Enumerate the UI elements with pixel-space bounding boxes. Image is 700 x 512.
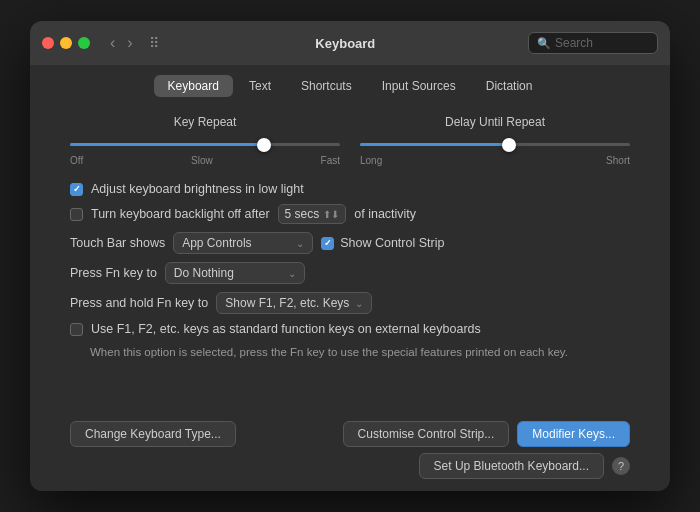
touch-bar-chevron: ⌄ <box>296 238 304 249</box>
tab-bar: Keyboard Text Shortcuts Input Sources Di… <box>30 65 670 105</box>
adjust-brightness-row: Adjust keyboard brightness in low light <box>70 182 630 196</box>
close-button[interactable] <box>42 37 54 49</box>
search-input[interactable] <box>555 36 645 50</box>
key-repeat-slider[interactable] <box>70 135 340 153</box>
tab-dictation[interactable]: Dictation <box>472 75 547 97</box>
tab-input-sources[interactable]: Input Sources <box>368 75 470 97</box>
minimize-button[interactable] <box>60 37 72 49</box>
customise-control-strip-button[interactable]: Customise Control Strip... <box>343 421 510 447</box>
fn-note-line1: Use F1, F2, etc. keys as standard functi… <box>91 322 481 336</box>
press-fn-row: Press Fn key to Do Nothing ⌄ <box>70 262 630 284</box>
tab-keyboard[interactable]: Keyboard <box>154 75 233 97</box>
turn-off-backlight-label: Turn keyboard backlight off after <box>91 207 270 221</box>
setup-bluetooth-button[interactable]: Set Up Bluetooth Keyboard... <box>419 453 604 479</box>
key-repeat-title: Key Repeat <box>70 115 340 129</box>
delay-repeat-slider[interactable] <box>360 135 630 153</box>
window-title: Keyboard <box>171 36 520 51</box>
hold-fn-dropdown[interactable]: Show F1, F2, etc. Keys ⌄ <box>216 292 372 314</box>
inactivity-label: of inactivity <box>354 207 416 221</box>
traffic-lights <box>42 37 90 49</box>
adjust-brightness-checkbox[interactable] <box>70 183 83 196</box>
fullscreen-button[interactable] <box>78 37 90 49</box>
back-button[interactable]: ‹ <box>106 33 119 53</box>
delay-repeat-group: Delay Until Repeat Long Short <box>360 115 630 166</box>
touch-bar-dropdown[interactable]: App Controls ⌄ <box>173 232 313 254</box>
fn-note-line2: When this option is selected, press the … <box>90 344 630 361</box>
press-fn-chevron: ⌄ <box>288 268 296 279</box>
turn-off-backlight-checkbox[interactable] <box>70 208 83 221</box>
touch-bar-label: Touch Bar shows <box>70 236 165 250</box>
timeout-select[interactable]: 5 secs ⬆⬇ <box>278 204 347 224</box>
press-fn-label: Press Fn key to <box>70 266 157 280</box>
main-content: Key Repeat Off Slow Fast Delay Until Rep… <box>30 105 670 413</box>
search-box[interactable]: 🔍 <box>528 32 658 54</box>
search-icon: 🔍 <box>537 37 551 50</box>
show-control-strip-label: Show Control Strip <box>340 236 444 250</box>
grid-button[interactable]: ⠿ <box>145 33 163 53</box>
key-repeat-group: Key Repeat Off Slow Fast <box>70 115 340 166</box>
nav-buttons: ‹ › <box>106 33 137 53</box>
titlebar: ‹ › ⠿ Keyboard 🔍 <box>30 21 670 65</box>
tab-text[interactable]: Text <box>235 75 285 97</box>
bottom-row: Set Up Bluetooth Keyboard... ? <box>30 453 670 491</box>
buttons-row: Change Keyboard Type... Customise Contro… <box>30 413 670 453</box>
keyboard-window: ‹ › ⠿ Keyboard 🔍 Keyboard Text Shortcuts… <box>30 21 670 491</box>
press-fn-dropdown[interactable]: Do Nothing ⌄ <box>165 262 305 284</box>
show-control-strip-row: Show Control Strip <box>321 236 444 250</box>
fn-note-checkbox[interactable] <box>70 323 83 336</box>
delay-repeat-title: Delay Until Repeat <box>360 115 630 129</box>
help-button[interactable]: ? <box>612 457 630 475</box>
timeout-select-arrows: ⬆⬇ <box>323 209 339 220</box>
adjust-brightness-label: Adjust keyboard brightness in low light <box>91 182 304 196</box>
forward-button[interactable]: › <box>123 33 136 53</box>
fn-note-checkbox-row: Use F1, F2, etc. keys as standard functi… <box>70 322 630 336</box>
hold-fn-chevron: ⌄ <box>355 298 363 309</box>
touch-bar-row: Touch Bar shows App Controls ⌄ Show Cont… <box>70 232 630 254</box>
sliders-row: Key Repeat Off Slow Fast Delay Until Rep… <box>70 115 630 166</box>
delay-repeat-labels: Long Short <box>360 155 630 166</box>
modifier-keys-button[interactable]: Modifier Keys... <box>517 421 630 447</box>
hold-fn-row: Press and hold Fn key to Show F1, F2, et… <box>70 292 630 314</box>
fn-note: Use F1, F2, etc. keys as standard functi… <box>70 322 630 361</box>
turn-off-backlight-row: Turn keyboard backlight off after 5 secs… <box>70 204 630 224</box>
tab-shortcuts[interactable]: Shortcuts <box>287 75 366 97</box>
hold-fn-label: Press and hold Fn key to <box>70 296 208 310</box>
change-keyboard-button[interactable]: Change Keyboard Type... <box>70 421 236 447</box>
key-repeat-labels: Off Slow Fast <box>70 155 340 166</box>
show-control-strip-checkbox[interactable] <box>321 237 334 250</box>
